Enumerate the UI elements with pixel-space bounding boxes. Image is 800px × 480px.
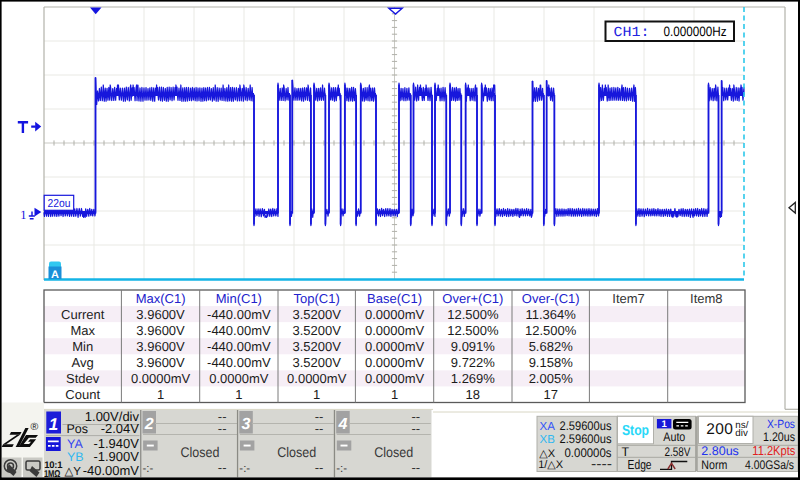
svg-text:Stop: Stop [622,423,649,439]
svg-text:1: 1 [49,415,58,434]
svg-text:-:-: -:- [336,463,347,475]
svg-text:2.59600us: 2.59600us [560,432,612,446]
svg-text:2: 2 [144,416,154,433]
svg-text:Pos: Pos [67,422,89,436]
svg-text:1: 1 [313,387,320,402]
svg-text:-:-: -:- [239,463,250,475]
svg-text:12.500%: 12.500% [447,323,499,338]
svg-text:-440.00mV: -440.00mV [207,307,271,322]
svg-text:3.9600V: 3.9600V [136,307,185,322]
svg-text:△Y: △Y [65,466,82,478]
svg-text:Count: Count [65,387,100,402]
svg-text:3.9600V: 3.9600V [136,339,185,354]
svg-text:Over-(C1): Over-(C1) [522,291,580,306]
svg-text:--: -- [315,421,324,436]
svg-text:1/△X: 1/△X [538,459,564,471]
svg-text:0.0000mV: 0.0000mV [365,323,425,338]
svg-text:A: A [51,269,59,281]
svg-text:17: 17 [543,387,557,402]
svg-text:0.0000mV: 0.0000mV [131,371,191,386]
svg-text:0.0000mV: 0.0000mV [365,371,425,386]
svg-text:-440.00mV: -440.00mV [207,339,271,354]
svg-text:-440.00mV: -440.00mV [207,323,271,338]
svg-text:Current: Current [61,307,105,322]
svg-text:----: ---- [591,457,612,471]
svg-text:2.80us: 2.80us [701,444,739,458]
svg-text:®: ® [31,421,39,433]
svg-text:Closed: Closed [374,444,413,460]
svg-text:X-Pos: X-Pos [767,417,795,431]
svg-text:Top(C1): Top(C1) [294,291,340,306]
svg-text:5.682%: 5.682% [529,339,574,354]
svg-text:0.0000mV: 0.0000mV [365,355,425,370]
svg-text:2.59600us: 2.59600us [560,419,612,433]
svg-text:0.0000mV: 0.0000mV [209,371,269,386]
svg-text:Norm: Norm [701,458,727,472]
svg-text:1.269%: 1.269% [451,371,496,386]
svg-text:XA: XA [540,421,556,433]
svg-text:--: -- [218,460,227,475]
svg-text:1: 1 [20,208,26,222]
svg-text:1: 1 [157,387,164,402]
svg-text:200: 200 [706,421,733,438]
svg-text:9.722%: 9.722% [451,355,496,370]
svg-text:CH1:: CH1: [614,25,650,41]
svg-text:--: -- [412,460,421,475]
svg-text:3: 3 [242,416,251,433]
svg-text:2.005%: 2.005% [529,371,574,386]
svg-text:3.5200V: 3.5200V [292,339,341,354]
svg-text:4.00GSa/s: 4.00GSa/s [745,458,794,472]
svg-text:YA: YA [67,437,83,451]
svg-text:-40.00mV: -40.00mV [83,463,140,478]
svg-text:Max(C1): Max(C1) [136,291,186,306]
svg-text:3.5200V: 3.5200V [292,323,341,338]
svg-text:--: -- [315,460,324,475]
svg-text:Max: Max [70,323,95,338]
svg-text:3.5200V: 3.5200V [292,355,341,370]
svg-text:1: 1 [235,387,242,402]
svg-text:3.9600V: 3.9600V [136,323,185,338]
svg-text:1: 1 [391,387,398,402]
svg-text:0.0000mV: 0.0000mV [365,307,425,322]
svg-text:Edge: Edge [628,457,652,472]
svg-text:1: 1 [661,419,667,430]
svg-text:Base(C1): Base(C1) [367,291,422,306]
svg-text:Avg: Avg [72,355,94,370]
svg-text:11.2Kpts: 11.2Kpts [752,443,795,458]
svg-text:11.364%: 11.364% [526,307,577,322]
svg-text:div: div [735,428,748,439]
svg-text:-1.900V: -1.900V [93,449,139,464]
svg-text:XB: XB [540,434,556,446]
svg-text:Auto: Auto [663,430,685,444]
svg-text:YB: YB [67,450,84,464]
svg-text:9.158%: 9.158% [529,355,574,370]
svg-text:Min: Min [72,339,93,354]
svg-text:Item8: Item8 [690,291,723,306]
svg-text:4: 4 [337,416,347,433]
svg-text:18: 18 [466,387,480,402]
svg-text:Closed: Closed [181,444,220,460]
svg-text:--: -- [218,421,227,436]
svg-text:22ou: 22ou [48,198,71,210]
svg-text:0.000000Hz: 0.000000Hz [664,24,727,39]
svg-text:-440.00mV: -440.00mV [207,355,271,370]
svg-text:0.0000mV: 0.0000mV [365,339,425,354]
svg-text:--: -- [412,421,421,436]
svg-text:9.091%: 9.091% [451,339,496,354]
svg-text:3.9600V: 3.9600V [136,355,185,370]
svg-text:12.500%: 12.500% [525,323,577,338]
svg-text:Over+(C1): Over+(C1) [442,291,503,306]
svg-text:0.0000mV: 0.0000mV [287,371,347,386]
svg-text:-2.04V: -2.04V [101,421,140,436]
svg-text:-:-: -:- [143,463,154,475]
svg-text:12.500%: 12.500% [447,307,499,322]
svg-text:△X: △X [539,448,555,460]
svg-text:Closed: Closed [277,444,316,460]
svg-text:Item7: Item7 [612,291,645,306]
svg-text:Min(C1): Min(C1) [216,291,262,306]
svg-text:Stdev: Stdev [66,371,100,386]
svg-text:3.5200V: 3.5200V [292,307,341,322]
